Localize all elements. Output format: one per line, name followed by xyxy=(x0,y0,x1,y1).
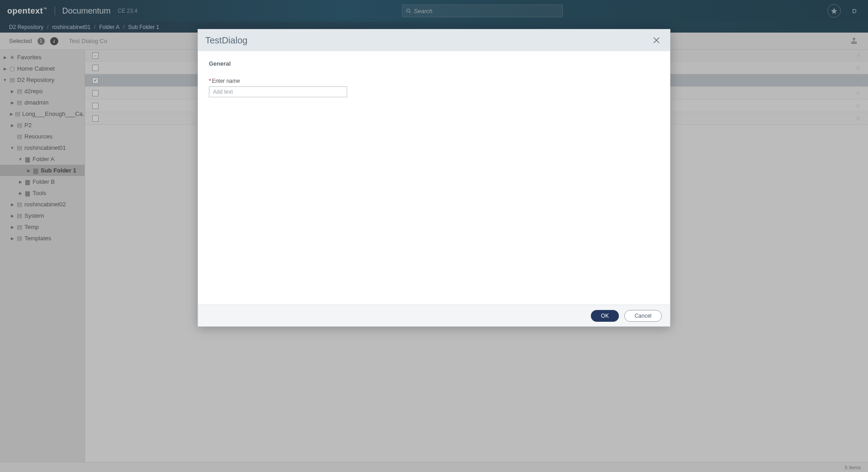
modal-overlay: TestDialog General *Enter name OK Cancel xyxy=(0,0,868,472)
dialog-footer: OK Cancel xyxy=(198,305,670,326)
dialog-title: TestDialog xyxy=(205,35,247,46)
section-general: General xyxy=(209,60,659,67)
dialog-header: TestDialog xyxy=(198,29,670,51)
close-icon xyxy=(653,37,660,44)
required-marker: * xyxy=(209,78,211,84)
test-dialog: TestDialog General *Enter name OK Cancel xyxy=(198,29,670,327)
cancel-button[interactable]: Cancel xyxy=(624,310,662,322)
name-field-label: *Enter name xyxy=(209,78,659,84)
name-field-label-text: Enter name xyxy=(212,78,240,84)
close-button[interactable] xyxy=(650,35,663,46)
name-input[interactable] xyxy=(209,86,347,97)
ok-button[interactable]: OK xyxy=(591,310,618,322)
dialog-body: General *Enter name xyxy=(198,51,670,305)
